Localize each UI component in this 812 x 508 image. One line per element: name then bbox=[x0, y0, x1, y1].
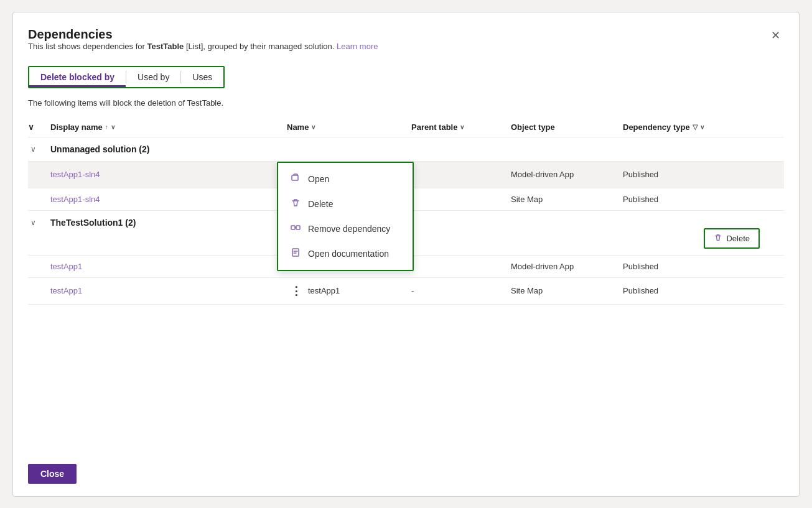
info-text: The following items will block the delet… bbox=[28, 98, 784, 108]
table-header: ∨ Display name ↑ ∨ Name ∨ Parent table ∨… bbox=[28, 118, 784, 137]
tab-delete-blocked-by[interactable]: Delete blocked by bbox=[29, 67, 126, 87]
svg-rect-2 bbox=[296, 226, 300, 229]
group2-delete-label: Delete bbox=[726, 234, 750, 243]
table-body: ∨ Unmanaged solution (2) testApp1-sln4 ⋮… bbox=[28, 137, 784, 305]
th-display-name-sort-asc[interactable]: ↑ bbox=[105, 124, 108, 131]
subtitle-pre: This list shows dependencies for bbox=[28, 42, 147, 51]
menu-item-remove-dependency-label: Remove dependency bbox=[308, 224, 390, 234]
row3-dependency-type: Published bbox=[623, 262, 760, 271]
open-documentation-icon bbox=[289, 247, 302, 260]
menu-item-remove-dependency[interactable]: Remove dependency bbox=[278, 216, 413, 241]
table-row: testApp1-sln4 ⋮ cr543_testApp1sln4 - Mod… bbox=[28, 162, 784, 188]
row1-display-name[interactable]: testApp1-sln4 bbox=[50, 170, 287, 179]
svg-rect-0 bbox=[292, 175, 298, 180]
th-parent-table: Parent table ∨ bbox=[411, 122, 511, 132]
th-object-type-label: Object type bbox=[511, 122, 555, 132]
title-text: Dependencies bbox=[28, 27, 378, 42]
row1-dependency-type: Published bbox=[623, 170, 760, 179]
group-expand-btn[interactable]: ∨ bbox=[28, 144, 50, 155]
subtitle: This list shows dependencies for TestTab… bbox=[28, 42, 378, 51]
close-button[interactable]: Close bbox=[28, 464, 77, 484]
row4-name: testApp1 bbox=[308, 286, 345, 295]
th-dependency-type-label: Dependency type bbox=[623, 122, 690, 132]
th-parent-table-label: Parent table bbox=[411, 122, 457, 132]
th-display-name: Display name ↑ ∨ bbox=[50, 122, 287, 132]
row1-object-type: Model-driven App bbox=[511, 170, 623, 179]
subtitle-grouped: , grouped by their managed solution. bbox=[203, 42, 334, 51]
subtitle-bold: TestTable bbox=[147, 42, 184, 51]
th-dependency-type-sort[interactable]: ∨ bbox=[700, 124, 704, 131]
row3-parent-table: - bbox=[411, 262, 511, 271]
row4-more-btn[interactable]: ⋮ bbox=[287, 284, 306, 298]
group2-expand-btn[interactable]: ∨ bbox=[28, 217, 50, 228]
tab-used-by[interactable]: Used by bbox=[126, 67, 180, 87]
row4-display-name[interactable]: testApp1 bbox=[50, 286, 287, 295]
menu-item-delete-label: Delete bbox=[308, 199, 333, 209]
row4-dependency-type: Published bbox=[623, 286, 760, 295]
th-expand: ∨ bbox=[28, 122, 50, 132]
dialog-header: Dependencies This list shows dependencie… bbox=[28, 27, 784, 61]
close-icon[interactable]: ✕ bbox=[767, 27, 784, 44]
menu-item-delete[interactable]: Delete bbox=[278, 192, 413, 216]
menu-item-open-label: Open bbox=[308, 174, 329, 184]
delete-icon bbox=[289, 198, 302, 210]
svg-rect-3 bbox=[292, 249, 299, 256]
row4-object-type: Site Map bbox=[511, 286, 623, 295]
context-menu: Open Delete bbox=[277, 162, 414, 271]
group2-delete-icon bbox=[714, 233, 722, 244]
open-icon bbox=[289, 173, 302, 185]
table-row: testApp1 ⋮ testApp1 - Site Map Published bbox=[28, 278, 784, 305]
group-label-unmanaged: Unmanaged solution (2) bbox=[50, 144, 760, 154]
group-row-unmanaged: ∨ Unmanaged solution (2) bbox=[28, 137, 784, 162]
th-dependency-type: Dependency type ▽ ∨ bbox=[623, 122, 760, 132]
th-name: Name ∨ bbox=[287, 122, 411, 132]
dialog-footer: Close bbox=[28, 451, 784, 484]
th-display-name-sort-desc[interactable]: ∨ bbox=[111, 124, 115, 131]
th-dependency-type-filter[interactable]: ▽ bbox=[693, 123, 698, 131]
group2-delete-btn[interactable]: Delete bbox=[704, 228, 760, 249]
dialog-title: Dependencies This list shows dependencie… bbox=[28, 27, 378, 61]
remove-dependency-icon bbox=[289, 223, 302, 235]
th-display-name-label: Display name bbox=[50, 122, 103, 132]
row3-display-name[interactable]: testApp1 bbox=[50, 262, 287, 271]
subtitle-type: [List] bbox=[186, 42, 203, 51]
svg-rect-1 bbox=[291, 226, 295, 229]
menu-item-open-documentation-label: Open documentation bbox=[308, 249, 389, 259]
row4-name-cell: ⋮ testApp1 bbox=[287, 284, 411, 298]
th-name-sort[interactable]: ∨ bbox=[311, 124, 315, 131]
th-parent-table-sort[interactable]: ∨ bbox=[460, 124, 464, 131]
expand-all-icon[interactable]: ∨ bbox=[28, 122, 34, 132]
row3-object-type: Model-driven App bbox=[511, 262, 623, 271]
row2-display-name[interactable]: testApp1-sln4 bbox=[50, 195, 287, 204]
menu-item-open-documentation[interactable]: Open documentation bbox=[278, 241, 413, 266]
row2-object-type: Site Map bbox=[511, 195, 623, 204]
learn-more-link[interactable]: Learn more bbox=[337, 42, 378, 51]
row2-dependency-type: Published bbox=[623, 195, 760, 204]
dependencies-dialog: Dependencies This list shows dependencie… bbox=[12, 12, 800, 497]
table-container: ∨ Display name ↑ ∨ Name ∨ Parent table ∨… bbox=[28, 118, 784, 451]
row1-parent-table: - bbox=[411, 170, 511, 179]
row2-parent-table: - bbox=[411, 195, 511, 204]
th-name-label: Name bbox=[287, 122, 309, 132]
tabs-container: Delete blocked by Used by Uses bbox=[28, 66, 225, 88]
th-object-type: Object type bbox=[511, 122, 623, 132]
tab-uses[interactable]: Uses bbox=[181, 67, 223, 87]
row4-parent-table: - bbox=[411, 286, 511, 295]
menu-item-open[interactable]: Open bbox=[278, 167, 413, 192]
